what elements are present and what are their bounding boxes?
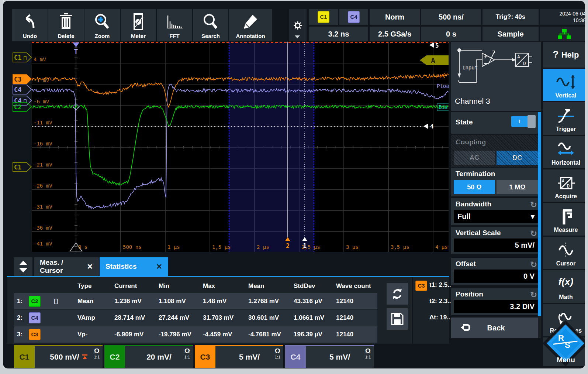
- vertical-icon: [556, 74, 576, 92]
- channel2-scale: 20 mV/: [146, 353, 172, 361]
- channel1-control[interactable]: C1 500 mV/ Ω1:1: [14, 345, 103, 368]
- col-mean: Mean: [248, 282, 264, 290]
- state-label: State: [456, 118, 473, 126]
- coupling-ac-button[interactable]: AC: [454, 151, 495, 165]
- cursor-results-panel: C3 t1: 2.5.. t2: 2.3.. Δt: 19..: [415, 280, 449, 343]
- channel1-tab[interactable]: C1: [14, 346, 35, 368]
- vertical-scale-label: Vertical Scale: [456, 229, 501, 237]
- menu-vertical-button[interactable]: Vertical: [543, 69, 585, 101]
- menu-help-button[interactable]: ? Help: [543, 42, 585, 68]
- search-label: Search: [201, 33, 220, 39]
- delete-button[interactable]: Delete: [48, 9, 84, 41]
- channel-tag-c1[interactable]: C1: [13, 52, 32, 62]
- channel-tag-c1[interactable]: C1: [13, 162, 32, 172]
- svg-text:Pload: Pload: [437, 83, 449, 89]
- gear-icon[interactable]: [293, 21, 302, 30]
- back-label: Back: [487, 324, 505, 332]
- position-field[interactable]: 3.2 DIV: [454, 300, 538, 313]
- dialog-title: Channel 3: [455, 97, 490, 106]
- offset-reset-icon[interactable]: ↻: [530, 260, 537, 270]
- ch1-enable-cell[interactable]: C1: [309, 9, 338, 25]
- zoom-label: Zoom: [95, 33, 110, 39]
- state-toggle[interactable]: I: [511, 116, 536, 127]
- channel-tag-c4[interactable]: C4: [13, 85, 32, 95]
- ch1-badge[interactable]: C1: [318, 11, 329, 23]
- sample-rate-cell[interactable]: 2.5 GSa/s: [370, 27, 420, 41]
- svg-text:2,5 µs: 2,5 µs: [301, 244, 320, 250]
- acquire-label: Acquire: [555, 193, 577, 200]
- undo-button[interactable]: Undo: [12, 9, 48, 41]
- channel2-tab[interactable]: C2: [104, 346, 125, 368]
- offset-label: Offset: [456, 260, 476, 268]
- timebase-cell[interactable]: 500 ns/: [421, 9, 481, 25]
- search-icon: [203, 13, 219, 32]
- channel2-probe: 1:1: [184, 354, 190, 360]
- coupling-label: Coupling: [456, 138, 486, 146]
- svg-text:1,5 µs: 1,5 µs: [212, 244, 231, 250]
- dialog-scrollbar-track[interactable]: [538, 112, 541, 338]
- delete-label: Delete: [58, 33, 74, 39]
- tab-statistics[interactable]: Statistics ✕: [100, 257, 168, 276]
- channel4-control[interactable]: C4 5 mV/ Ω1:1: [285, 345, 374, 368]
- acq-mode-cell[interactable]: Sample: [482, 27, 539, 41]
- measure-icon: [556, 208, 576, 227]
- bandwidth-reset-icon[interactable]: ↻: [530, 200, 537, 210]
- channel3-control[interactable]: C3 5 mV/ Ω1:1: [195, 345, 283, 368]
- vertical-scale-reset-icon[interactable]: ↻: [530, 229, 537, 239]
- menu-trigger-button[interactable]: Trigger: [543, 102, 585, 135]
- meter-button[interactable]: Meter: [121, 9, 156, 41]
- channel4-tab[interactable]: C4: [285, 346, 306, 368]
- ch4-enable-cell[interactable]: C4: [339, 9, 368, 25]
- svg-text:-41 mV: -41 mV: [34, 241, 52, 247]
- offset-field[interactable]: 0 V: [454, 270, 538, 283]
- termination-50ohm-button[interactable]: 50 Ω: [454, 180, 495, 194]
- ch4-badge[interactable]: C4: [348, 11, 360, 23]
- annotation-label: Annotation: [236, 33, 265, 39]
- stats-row-2[interactable]: 2: C4 VAmp 28.714 mV 27.244 mV 31.703 mV…: [14, 310, 377, 326]
- trigger-mode-cell[interactable]: Norm: [370, 9, 420, 25]
- fft-icon: [166, 13, 183, 32]
- tab-meas-close-icon[interactable]: ✕: [87, 262, 93, 271]
- channel3-tab[interactable]: C3: [195, 346, 215, 368]
- stats-row-3[interactable]: 3: C3 Vp- -6.909 mV -19.796 mV -4.459 mV…: [14, 326, 377, 343]
- coupling-dc-button[interactable]: DC: [497, 151, 538, 165]
- svg-text:-26 mV: -26 mV: [34, 183, 52, 189]
- search-button[interactable]: Search: [193, 9, 228, 41]
- channel-tag-c3[interactable]: C3: [13, 74, 32, 84]
- trigger-level-icon: [82, 354, 87, 360]
- waveform-plot[interactable]: 45APisPloadBis21T4 mV-1 mV-6 mV-11 mV-16…: [32, 42, 449, 252]
- stats-row-1[interactable]: 1: C2 [] Mean 1.236 mV 1.108 mV 1.48 mV …: [14, 293, 377, 309]
- delete-icon: [59, 13, 73, 32]
- svg-text:4 mV: 4 mV: [34, 56, 46, 62]
- save-statistics-button[interactable]: [387, 308, 408, 330]
- bandwidth-dropdown[interactable]: Full ▾: [454, 210, 538, 223]
- tab-meas-cursor[interactable]: Meas. / Cursor ✕: [34, 257, 99, 276]
- menu-acquire-button[interactable]: AD Acquire: [543, 169, 585, 202]
- back-button[interactable]: Back: [451, 318, 541, 338]
- resolution-cell[interactable]: 3.2 ns: [309, 27, 368, 41]
- network-status-cell[interactable]: [540, 27, 585, 41]
- position-reset-icon[interactable]: ↻: [530, 290, 537, 300]
- menu-horizontal-button[interactable]: Horizontal: [543, 136, 585, 168]
- menu-math-button[interactable]: f(x) Math: [543, 270, 585, 303]
- dialog-scrollbar-thumb[interactable]: [538, 112, 541, 316]
- channel2-control[interactable]: C2 20 mV/ Ω1:1: [104, 345, 193, 368]
- refresh-icon: [391, 288, 404, 300]
- channel-tag-c2[interactable]: C2: [13, 102, 32, 112]
- zoom-button[interactable]: Zoom: [84, 9, 120, 41]
- annotation-button[interactable]: Annotation: [229, 9, 272, 41]
- h-position-cell[interactable]: 0 s: [421, 27, 481, 41]
- termination-1mohm-button[interactable]: 1 MΩ: [497, 180, 538, 194]
- tab-statistics-close-icon[interactable]: ✕: [156, 262, 162, 271]
- svg-text:A: A: [562, 178, 565, 183]
- reset-statistics-button[interactable]: [387, 283, 408, 305]
- channel1-ohm: Ω: [94, 347, 100, 355]
- toolbar-expand-arrow-icon[interactable]: [295, 35, 300, 38]
- menu-cursor-button[interactable]: Cursor: [543, 237, 585, 269]
- fft-button[interactable]: FFT: [157, 9, 192, 41]
- trigger-info-cell[interactable]: Trig?: 40s: [482, 9, 539, 25]
- toolbar-settings-group[interactable]: [289, 9, 307, 41]
- collapse-results-button[interactable]: [14, 257, 32, 276]
- vertical-scale-field[interactable]: 5 mV/: [454, 239, 538, 252]
- menu-measure-button[interactable]: Measure: [543, 203, 585, 236]
